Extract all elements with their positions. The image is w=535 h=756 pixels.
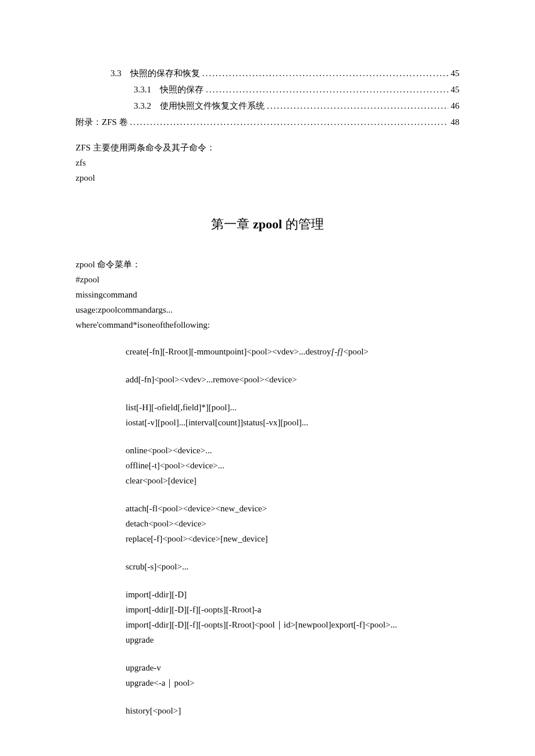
spacer bbox=[126, 388, 459, 399]
cmd-item: create[-fn][-Rroot][-mmountpoint]<pool><… bbox=[126, 345, 459, 359]
cmd-item: add[-fn]<pool><vdev>...remove<pool><devi… bbox=[126, 372, 459, 386]
toc-num: 3.3.2 使用快照文件恢复文件系统 bbox=[134, 99, 265, 113]
chapter-title-pre: 第一章 bbox=[211, 217, 253, 231]
cmd-item: online<pool><device>... bbox=[126, 443, 459, 457]
spacer bbox=[126, 547, 459, 558]
cmd-item: import[-ddir][-D][-f][-oopts][-Rroot]<po… bbox=[126, 618, 459, 632]
spacer bbox=[126, 360, 459, 371]
spacer bbox=[126, 489, 459, 500]
intro-line: zpool bbox=[76, 171, 459, 185]
toc-page: 48 bbox=[451, 115, 459, 129]
intro-line: zfs bbox=[76, 156, 459, 170]
cmd-line: missingcommand bbox=[76, 288, 459, 302]
chapter-title: 第一章 zpool 的管理 bbox=[76, 214, 459, 234]
cmd-item: clear<pool>[device] bbox=[126, 474, 459, 488]
spacer bbox=[126, 431, 459, 442]
cmd-text: create[-fn][-Rroot][-mmountpoint]<pool><… bbox=[126, 347, 331, 356]
cmd-item: attach[-fl<pool><device><new_device> bbox=[126, 501, 459, 515]
spacer bbox=[126, 691, 459, 703]
spacer bbox=[126, 575, 459, 586]
cmd-line: #zpool bbox=[76, 273, 459, 286]
cmd-item: detach<pool><device> bbox=[126, 517, 459, 531]
toc-title: 附录：ZFS 卷 bbox=[76, 115, 128, 129]
toc-block: 3.3 快照的保存和恢复 45 3.3.1 快照的保存 45 3.3.2 使用快… bbox=[76, 66, 459, 129]
cmd-text-italic: [-f] bbox=[331, 347, 343, 356]
cmd-item: upgrade bbox=[126, 633, 459, 647]
command-usage-block: zpool 命令菜单： #zpool missingcommand usage:… bbox=[76, 257, 459, 332]
cmd-item: replace[-f]<pool><device>[new_device] bbox=[126, 532, 459, 546]
toc-entry: 3.3.1 快照的保存 45 bbox=[76, 83, 459, 96]
chapter-title-post: 的管理 bbox=[282, 217, 324, 231]
cmd-item: upgrade-v bbox=[126, 661, 459, 675]
toc-page: 45 bbox=[451, 66, 459, 80]
cmd-item: upgrade<-a｜pool> bbox=[126, 676, 459, 690]
toc-entry: 附录：ZFS 卷 48 bbox=[76, 115, 459, 129]
cmd-item: offline[-t]<pool><device>... bbox=[126, 458, 459, 472]
cmd-item: iostat[-v][pool]...[interval[count]]stat… bbox=[126, 415, 459, 429]
toc-leader bbox=[206, 83, 448, 96]
cmd-text: <pool> bbox=[343, 347, 369, 356]
toc-entry: 3.3.2 使用快照文件恢复文件系统 46 bbox=[76, 99, 459, 113]
cmd-line: zpool 命令菜单： bbox=[76, 257, 459, 271]
document-page: 3.3 快照的保存和恢复 45 3.3.1 快照的保存 45 3.3.2 使用快… bbox=[0, 0, 535, 756]
cmd-line: where'command*isoneofthefollowing: bbox=[76, 318, 459, 332]
cmd-item: scrub[-s]<pool>... bbox=[126, 560, 459, 574]
cmd-item: list[-H][-ofield[,field]*][pool]... bbox=[126, 400, 459, 414]
cmd-item: history[<pool>] bbox=[126, 704, 459, 718]
toc-leader bbox=[267, 99, 448, 113]
intro-line: ZFS 主要使用两条命令及其子命令： bbox=[76, 141, 459, 155]
command-list-block: create[-fn][-Rroot][-mmountpoint]<pool><… bbox=[76, 345, 459, 718]
spacer bbox=[126, 648, 459, 660]
toc-leader bbox=[130, 115, 448, 129]
cmd-line: usage:zpoolcommandargs... bbox=[76, 303, 459, 317]
cmd-item: import[-ddir][-D][-f][-oopts][-Rroot]-a bbox=[126, 603, 459, 617]
chapter-title-bold: zpool bbox=[253, 217, 282, 231]
toc-page: 45 bbox=[451, 83, 459, 96]
toc-entry: 3.3 快照的保存和恢复 45 bbox=[76, 66, 459, 80]
intro-block: ZFS 主要使用两条命令及其子命令： zfs zpool bbox=[76, 141, 459, 185]
toc-leader bbox=[202, 66, 448, 80]
cmd-item: import[-ddir][-D] bbox=[126, 587, 459, 601]
toc-page: 46 bbox=[451, 99, 459, 113]
toc-num: 3.3 快照的保存和恢复 bbox=[110, 66, 200, 80]
toc-num: 3.3.1 快照的保存 bbox=[134, 83, 204, 96]
